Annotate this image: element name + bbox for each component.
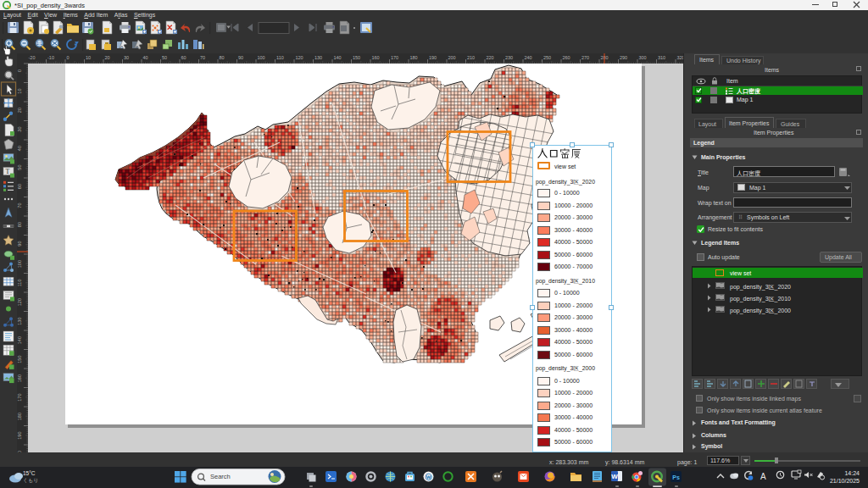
svg-text:140: 140 — [17, 336, 22, 344]
svg-text:30: 30 — [124, 55, 129, 60]
svg-text:250: 250 — [543, 55, 551, 60]
svg-text:70: 70 — [17, 203, 22, 208]
svg-text:120: 120 — [296, 55, 303, 60]
svg-text:50: 50 — [17, 165, 22, 170]
svg-text:T: T — [6, 168, 10, 175]
svg-text:190: 190 — [17, 432, 22, 440]
svg-text:100: 100 — [258, 55, 265, 60]
svg-text:170: 170 — [17, 394, 22, 402]
svg-text:Ps: Ps — [672, 474, 680, 480]
svg-text:1:1: 1:1 — [36, 41, 42, 46]
svg-text:0: 0 — [17, 69, 22, 72]
svg-text:150: 150 — [353, 55, 360, 60]
svg-text:160: 160 — [17, 374, 22, 382]
svg-text:320: 320 — [677, 55, 684, 60]
svg-text:160: 160 — [372, 55, 380, 60]
svg-text:140: 140 — [334, 55, 342, 60]
svg-text:くもり: くもり — [23, 478, 38, 484]
svg-text:40: 40 — [143, 55, 148, 60]
svg-text:90: 90 — [17, 241, 22, 247]
svg-text:0: 0 — [67, 55, 70, 60]
svg-text:130: 130 — [314, 55, 322, 60]
svg-text:70: 70 — [200, 55, 205, 60]
svg-text:A: A — [760, 472, 766, 481]
svg-text:Ⓦ: Ⓦ — [426, 473, 432, 481]
svg-text:310: 310 — [658, 55, 665, 60]
svg-text:220: 220 — [487, 55, 494, 60]
svg-text:180: 180 — [17, 413, 22, 420]
svg-text:14:24: 14:24 — [844, 470, 860, 476]
svg-text:110: 110 — [17, 280, 22, 287]
svg-text:W: W — [611, 473, 618, 480]
svg-text:240: 240 — [525, 55, 532, 60]
svg-text:20: 20 — [17, 108, 22, 113]
svg-text:120: 120 — [17, 298, 22, 306]
svg-text:130: 130 — [17, 318, 22, 325]
svg-text:20: 20 — [105, 55, 110, 60]
svg-text:270: 270 — [581, 55, 589, 60]
svg-text:10: 10 — [17, 89, 22, 94]
svg-text:21/10/2025: 21/10/2025 — [830, 478, 860, 484]
svg-text:170: 170 — [391, 55, 398, 60]
svg-text:-20: -20 — [29, 55, 36, 60]
svg-text:300: 300 — [639, 55, 647, 60]
svg-text:30: 30 — [17, 127, 22, 132]
svg-text:10: 10 — [86, 55, 91, 60]
svg-text:200: 200 — [448, 55, 456, 60]
svg-text:260: 260 — [563, 55, 570, 60]
svg-text:60: 60 — [17, 184, 22, 189]
svg-text:210: 210 — [467, 55, 475, 60]
svg-text:80: 80 — [17, 222, 22, 227]
svg-text:110: 110 — [276, 55, 284, 60]
svg-text:15°C: 15°C — [23, 470, 36, 476]
svg-text:230: 230 — [505, 55, 513, 60]
svg-text:180: 180 — [410, 55, 418, 60]
svg-text:100: 100 — [17, 260, 22, 268]
svg-text:150: 150 — [17, 356, 22, 363]
svg-text:50: 50 — [162, 55, 167, 60]
svg-text:Search: Search — [210, 473, 231, 480]
svg-text:80: 80 — [220, 55, 225, 60]
svg-text:40: 40 — [17, 146, 22, 151]
svg-text:190: 190 — [429, 55, 437, 60]
svg-text:60: 60 — [181, 55, 186, 60]
svg-text:290: 290 — [620, 55, 627, 60]
svg-text:90: 90 — [238, 55, 243, 60]
svg-text:-10: -10 — [47, 55, 54, 60]
